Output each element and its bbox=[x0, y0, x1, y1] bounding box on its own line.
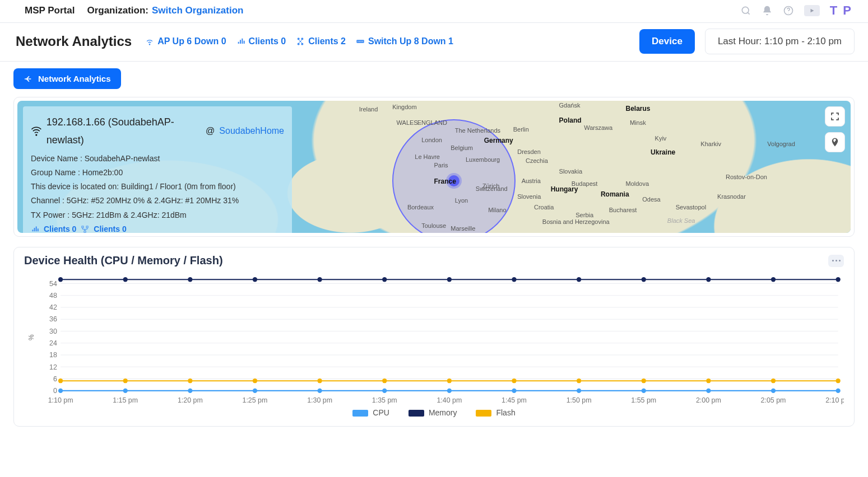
svg-point-47 bbox=[253, 389, 257, 393]
map-label: Dresden bbox=[517, 148, 541, 155]
svg-text:1:40 pm: 1:40 pm bbox=[437, 396, 462, 404]
map-label: Marseille bbox=[451, 225, 475, 232]
map[interactable]: Ireland Kingdom WALES ENGLAND London The… bbox=[17, 101, 851, 233]
device-health-card: Device Health (CPU / Memory / Flash) % 0… bbox=[13, 247, 855, 427]
svg-point-49 bbox=[382, 389, 387, 393]
map-label: Krasnodar bbox=[717, 193, 746, 200]
svg-text:48: 48 bbox=[49, 292, 57, 300]
svg-text:0: 0 bbox=[53, 387, 57, 395]
map-label: Germany bbox=[484, 137, 513, 144]
svg-rect-10 bbox=[84, 231, 86, 232]
svg-text:2:10 pm: 2:10 pm bbox=[825, 396, 844, 404]
svg-point-59 bbox=[188, 277, 192, 282]
map-label: London bbox=[421, 137, 442, 143]
svg-point-66 bbox=[642, 277, 646, 282]
topology-icon bbox=[81, 225, 89, 233]
clients-link[interactable]: Clients 0 bbox=[94, 222, 126, 233]
svg-point-0 bbox=[742, 7, 749, 13]
svg-text:1:10 pm: 1:10 pm bbox=[48, 396, 73, 404]
svg-text:1:20 pm: 1:20 pm bbox=[178, 396, 203, 404]
svg-text:42: 42 bbox=[49, 303, 57, 311]
svg-point-74 bbox=[317, 378, 322, 383]
svg-point-69 bbox=[836, 277, 841, 282]
svg-text:1:50 pm: 1:50 pm bbox=[567, 396, 592, 404]
txpower-row: TX Power : 5GHz: 21dBm & 2.4GHz: 21dBm bbox=[31, 208, 284, 222]
topology-icon bbox=[296, 37, 305, 46]
device-info-card: 192.168.1.66 (SoudabehAP-newlast) @ Soud… bbox=[23, 106, 292, 233]
stat-clients2[interactable]: Clients 2 bbox=[296, 36, 346, 46]
svg-point-65 bbox=[577, 277, 581, 282]
svg-point-80 bbox=[706, 378, 711, 383]
svg-point-64 bbox=[512, 277, 516, 282]
search-icon[interactable] bbox=[740, 5, 751, 16]
map-label: Bordeaux bbox=[407, 204, 434, 211]
svg-text:36: 36 bbox=[49, 315, 57, 323]
stat-switch[interactable]: Switch Up 8 Down 1 bbox=[356, 36, 453, 46]
map-label: Warszawa bbox=[584, 124, 612, 131]
map-label: Moldova bbox=[626, 180, 649, 187]
svg-point-57 bbox=[58, 277, 63, 282]
svg-text:1:30 pm: 1:30 pm bbox=[307, 396, 332, 404]
map-label: Zürich bbox=[482, 183, 500, 189]
bell-icon[interactable] bbox=[762, 5, 773, 16]
svg-rect-8 bbox=[82, 226, 83, 228]
svg-point-71 bbox=[123, 378, 128, 383]
svg-text:1:45 pm: 1:45 pm bbox=[502, 396, 527, 404]
location-row: This device is located on: Building1 / F… bbox=[31, 180, 284, 194]
switch-org-link[interactable]: Switch Organization bbox=[152, 5, 243, 16]
svg-point-68 bbox=[771, 277, 776, 282]
svg-point-50 bbox=[447, 389, 452, 393]
svg-text:24: 24 bbox=[49, 339, 57, 347]
map-label: Luxembourg bbox=[466, 156, 500, 163]
device-button[interactable]: Device bbox=[639, 29, 695, 54]
svg-point-81 bbox=[771, 378, 776, 383]
map-label: WALES bbox=[397, 119, 418, 126]
legend-item[interactable]: Flash bbox=[476, 408, 515, 417]
clients-link[interactable]: Clients 0 bbox=[44, 222, 76, 233]
svg-rect-9 bbox=[86, 226, 88, 228]
locate-button[interactable] bbox=[825, 132, 845, 152]
svg-text:1:15 pm: 1:15 pm bbox=[113, 396, 138, 404]
org-label: Organization: bbox=[87, 5, 148, 16]
svg-point-48 bbox=[317, 389, 322, 393]
map-label: Berlin bbox=[513, 126, 529, 133]
map-label: Odesa bbox=[642, 196, 660, 203]
svg-point-45 bbox=[123, 389, 128, 393]
svg-point-70 bbox=[58, 378, 63, 383]
svg-point-60 bbox=[253, 277, 257, 282]
map-label: Czechia bbox=[526, 157, 548, 164]
fullscreen-button[interactable] bbox=[825, 106, 845, 127]
top-bar: MSP Portal Organization: Switch Organiza… bbox=[0, 0, 868, 23]
svg-point-44 bbox=[58, 389, 63, 393]
map-label: Black Sea bbox=[667, 217, 695, 224]
device-health-chart: % 0612182430364248541:10 pm1:15 pm1:20 p… bbox=[43, 276, 844, 405]
user-avatar[interactable]: T P bbox=[830, 3, 852, 18]
svg-text:2:05 pm: 2:05 pm bbox=[761, 396, 786, 404]
svg-point-82 bbox=[836, 378, 841, 383]
svg-text:6: 6 bbox=[53, 375, 57, 383]
time-range-picker[interactable]: Last Hour: 1:10 pm - 2:10 pm bbox=[705, 29, 855, 54]
card-menu-button[interactable] bbox=[828, 255, 844, 267]
svg-point-75 bbox=[382, 378, 387, 383]
svg-point-55 bbox=[771, 389, 776, 393]
map-label: Belgium bbox=[451, 144, 473, 151]
map-label: Kharkiv bbox=[700, 141, 721, 147]
back-button[interactable]: Network Analytics bbox=[13, 68, 121, 89]
stat-clients0[interactable]: Clients 0 bbox=[236, 36, 286, 46]
help-icon[interactable] bbox=[783, 5, 794, 16]
svg-point-73 bbox=[253, 378, 257, 383]
site-link[interactable]: SoudabehHome bbox=[219, 123, 284, 139]
device-name-row: Device Name : SoudabehAP-newlast bbox=[31, 152, 284, 166]
channel-row: Channel : 5GHz: #52 20MHz 0% & 2.4GHz: #… bbox=[31, 194, 284, 208]
video-icon[interactable] bbox=[804, 5, 820, 16]
page-title: Network Analytics bbox=[16, 34, 132, 49]
svg-point-58 bbox=[123, 277, 128, 282]
svg-point-61 bbox=[317, 277, 322, 282]
map-label: Poland bbox=[559, 116, 582, 124]
legend-item[interactable]: Memory bbox=[409, 408, 457, 417]
stat-ap[interactable]: AP Up 6 Down 0 bbox=[145, 36, 226, 46]
map-label: Budapest bbox=[572, 180, 597, 187]
svg-text:2:00 pm: 2:00 pm bbox=[696, 396, 721, 404]
svg-rect-6 bbox=[361, 41, 361, 41]
legend-item[interactable]: CPU bbox=[352, 408, 389, 417]
